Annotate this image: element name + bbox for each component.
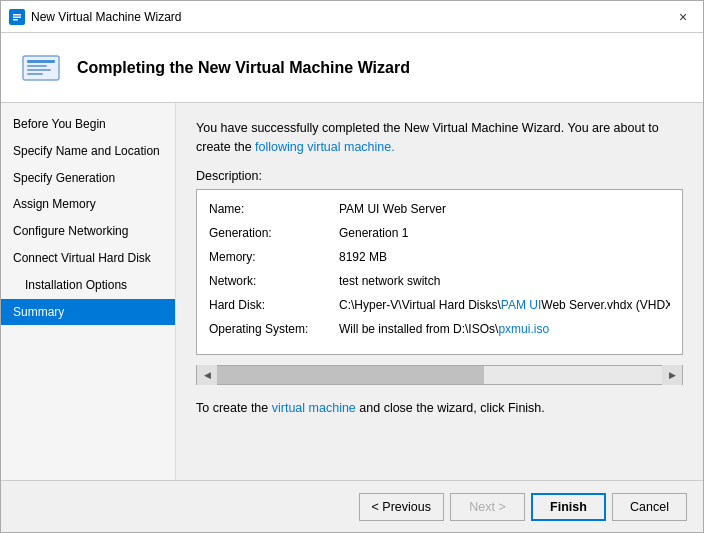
close-button[interactable]: ×: [671, 5, 695, 29]
desc-row-network: Network: test network switch: [209, 272, 670, 290]
desc-val-os: Will be installed from D:\ISOs\pxmui.iso: [339, 320, 670, 338]
desc-row-generation: Generation: Generation 1: [209, 224, 670, 242]
desc-val-memory: 8192 MB: [339, 248, 670, 266]
scroll-left-button[interactable]: ◀: [197, 365, 217, 385]
desc-key-os: Operating System:: [209, 320, 339, 338]
scrollbar-track: [217, 366, 662, 384]
footer-text: To create the virtual machine and close …: [196, 399, 683, 418]
svg-rect-5: [27, 60, 55, 63]
main-content: You have successfully completed the New …: [176, 103, 703, 480]
intro-text: You have successfully completed the New …: [196, 119, 683, 157]
sidebar-item-before-you-begin[interactable]: Before You Begin: [1, 111, 175, 138]
svg-rect-3: [13, 19, 18, 21]
header-title: Completing the New Virtual Machine Wizar…: [77, 59, 410, 77]
desc-row-os: Operating System: Will be installed from…: [209, 320, 670, 338]
desc-key-network: Network:: [209, 272, 339, 290]
sidebar-item-assign-memory[interactable]: Assign Memory: [1, 191, 175, 218]
horizontal-scrollbar[interactable]: ◀ ▶: [196, 365, 683, 385]
svg-rect-2: [13, 16, 21, 18]
desc-val-generation: Generation 1: [339, 224, 670, 242]
svg-rect-4: [23, 56, 59, 80]
header-bar: Completing the New Virtual Machine Wizar…: [1, 33, 703, 103]
desc-val-harddisk: C:\Hyper-V\Virtual Hard Disks\PAM UIWeb …: [339, 296, 670, 314]
sidebar-item-specify-generation[interactable]: Specify Generation: [1, 165, 175, 192]
scroll-right-button[interactable]: ▶: [662, 365, 682, 385]
description-box: Name: PAM UI Web Server Generation: Gene…: [196, 189, 683, 355]
title-bar: New Virtual Machine Wizard ×: [1, 1, 703, 33]
scrollbar-thumb: [217, 366, 484, 384]
wizard-window: New Virtual Machine Wizard × Completing …: [0, 0, 704, 533]
desc-row-harddisk: Hard Disk: C:\Hyper-V\Virtual Hard Disks…: [209, 296, 670, 314]
button-bar: < Previous Next > Finish Cancel: [1, 480, 703, 532]
sidebar-item-connect-vhd[interactable]: Connect Virtual Hard Disk: [1, 245, 175, 272]
desc-row-memory: Memory: 8192 MB: [209, 248, 670, 266]
next-button[interactable]: Next >: [450, 493, 525, 521]
previous-button[interactable]: < Previous: [359, 493, 444, 521]
content-area: Before You BeginSpecify Name and Locatio…: [1, 103, 703, 480]
cancel-button[interactable]: Cancel: [612, 493, 687, 521]
sidebar: Before You BeginSpecify Name and Locatio…: [1, 103, 176, 480]
sidebar-item-summary[interactable]: Summary: [1, 299, 175, 326]
svg-rect-8: [27, 73, 43, 75]
desc-label: Description:: [196, 169, 683, 183]
svg-rect-1: [13, 14, 21, 16]
desc-key-memory: Memory:: [209, 248, 339, 266]
desc-key-generation: Generation:: [209, 224, 339, 242]
sidebar-item-configure-networking[interactable]: Configure Networking: [1, 218, 175, 245]
app-icon: [9, 9, 25, 25]
desc-val-network: test network switch: [339, 272, 670, 290]
svg-rect-7: [27, 69, 51, 71]
sidebar-item-installation-options[interactable]: Installation Options: [1, 272, 175, 299]
desc-row-name: Name: PAM UI Web Server: [209, 200, 670, 218]
title-bar-text: New Virtual Machine Wizard: [31, 10, 182, 24]
desc-val-name: PAM UI Web Server: [339, 200, 670, 218]
finish-button[interactable]: Finish: [531, 493, 606, 521]
wizard-header-icon: [21, 52, 61, 84]
sidebar-item-specify-name[interactable]: Specify Name and Location: [1, 138, 175, 165]
desc-key-name: Name:: [209, 200, 339, 218]
desc-key-harddisk: Hard Disk:: [209, 296, 339, 314]
svg-rect-6: [27, 65, 47, 67]
